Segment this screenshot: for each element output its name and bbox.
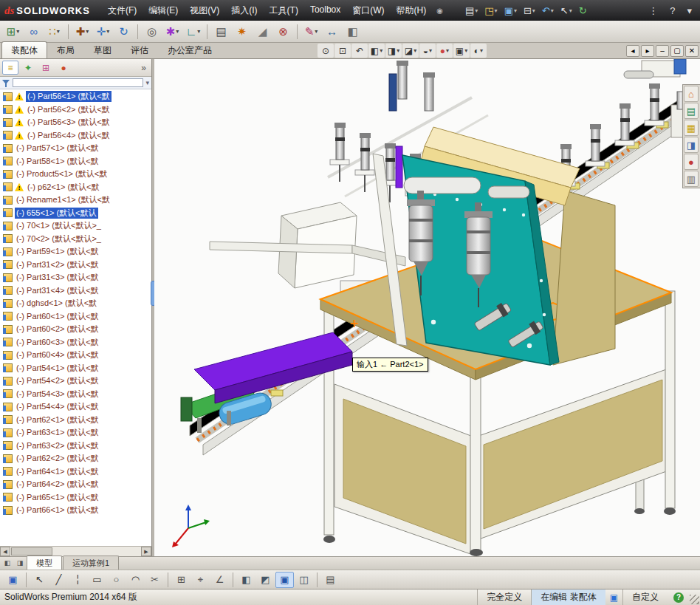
panel-overflow-icon[interactable]: » (138, 63, 149, 73)
arc-tool-button[interactable]: ◠ (126, 572, 145, 588)
shaded-view-button[interactable]: ▣ (275, 572, 294, 588)
menu-item[interactable]: 帮助(H) (391, 1, 433, 20)
menu-item[interactable]: 插入(I) (225, 1, 263, 20)
displaymanager-tab[interactable]: ● (55, 61, 72, 75)
previous-view-button[interactable]: ↶ ▾ (351, 44, 368, 58)
tree-item[interactable]: (-) Part31<2> (默认<默 (0, 259, 151, 272)
minimize-window-button[interactable]: – (656, 45, 669, 57)
menu-item[interactable]: 文件(F) (102, 1, 143, 20)
scroll-left-button[interactable]: ◀ (0, 547, 10, 556)
tree-filter-input[interactable] (13, 78, 143, 87)
measure-button[interactable]: ↔▾ (322, 22, 342, 41)
rebuild-button[interactable]: ↻ ▾ (576, 3, 590, 18)
tree-item[interactable]: (-) Part54<1> (默认<默 (0, 362, 151, 375)
tree-item[interactable]: (-) Part59<1> (默认<默 (0, 245, 151, 259)
tree-item[interactable]: (-) Part64<1> (默认<默 (0, 465, 151, 479)
tree-item[interactable]: (-) Part54<2> (默认<默 (0, 375, 151, 388)
tree-item[interactable]: (-) Part56<2> (默认<默 (0, 103, 151, 117)
help-icon[interactable]: ? (666, 4, 679, 17)
appearances-icon[interactable]: ● (684, 154, 699, 170)
display-style-button[interactable]: ◪ ▾ (402, 44, 419, 58)
menu-item[interactable]: 工具(T) (264, 1, 304, 20)
line-tool-button[interactable]: ╱ (49, 572, 68, 588)
insert-components-button[interactable]: ⊞▾ (3, 22, 23, 41)
configurationmanager-tab[interactable]: ⊞ (38, 61, 54, 75)
close-window-button[interactable]: ✕ (685, 45, 699, 57)
menu-item[interactable]: 视图(V) (184, 1, 225, 20)
undo-button[interactable]: ↶ ▾ (539, 3, 557, 18)
section-tool-button[interactable]: ◧▾ (343, 22, 363, 41)
view-front-button[interactable]: ◧ (237, 572, 255, 588)
tree-item[interactable]: (-) Part56<1> (默认<默 (0, 90, 151, 103)
tree-item[interactable]: (-) Part60<4> (默认<默 (0, 349, 151, 362)
view-iso-button[interactable]: ◩ (256, 572, 275, 588)
tree-item[interactable]: (-) Part63<2> (默认<默 (0, 440, 151, 453)
menu-item[interactable]: Toolbox (304, 1, 346, 20)
study-tab[interactable]: 模型 (27, 556, 62, 570)
print-button[interactable]: ⊟ ▾ (521, 3, 538, 18)
select-tool-button[interactable]: ↖ (30, 572, 49, 588)
section-view-button[interactable]: ◧ ▾ (368, 44, 385, 58)
tree-item[interactable]: (-) Part60<3> (默认<默 (0, 336, 151, 349)
mate-button[interactable]: ∞▾ (24, 22, 44, 41)
tree-item[interactable]: (-) Part54<3> (默认<默 (0, 388, 151, 401)
pane-split-button[interactable]: ◧ (1, 558, 13, 569)
circle-tool-button[interactable]: ○ (107, 572, 126, 588)
tree-item[interactable]: (-) Part31<4> (默认<默 (0, 284, 151, 298)
commandmanager-tab[interactable]: 办公室产品 (158, 41, 222, 58)
solidworks-resources-icon[interactable]: ⌂ (684, 86, 699, 102)
apply-scene-button[interactable]: ▣ ▾ (453, 44, 470, 58)
explode-line-sketch-button[interactable]: ◢▾ (253, 22, 272, 41)
tree-item[interactable]: (-) Part31<3> (默认<默 (0, 271, 151, 284)
tree-item[interactable]: (-) 70<2> (默认<默认>_ (0, 233, 151, 246)
filter-dropdown-icon[interactable]: ▾ (145, 79, 149, 86)
open-button[interactable]: ◳ ▾ (481, 3, 500, 18)
trim-tool-button[interactable]: ✂ (145, 572, 164, 588)
custom-properties-icon[interactable]: ▥ (684, 171, 699, 187)
centerline-tool-button[interactable]: ╎ (69, 572, 87, 588)
sketch-button[interactable]: ✎▾ (301, 22, 321, 41)
file-explorer-icon[interactable]: ▦ (684, 120, 699, 136)
tree-item[interactable]: (-) Product5<1> (默认<默 (0, 168, 151, 181)
menu-item[interactable]: 编辑(E) (143, 1, 184, 20)
view-palette-icon[interactable]: ◨ (684, 137, 699, 153)
tree-item[interactable]: (-) Part60<2> (默认<默 (0, 323, 151, 336)
menu-pin-icon[interactable]: ◉ (436, 7, 443, 15)
rotate-component-button[interactable]: ↻▾ (114, 22, 134, 41)
tree-item[interactable]: (-) Part54<4> (默认<默 (0, 400, 151, 414)
tree-item[interactable]: (-) Part57<1> (默认<默 (0, 142, 151, 155)
app-options-icon[interactable]: ⋮ (645, 4, 662, 17)
tree-item[interactable]: (-) Part56<3> (默认<默 (0, 116, 151, 129)
tree-item[interactable]: (-) dghsd<1> (默认<默 (0, 297, 151, 310)
featuremanager-tab[interactable]: ≡ (2, 61, 18, 75)
zoom-area-button[interactable]: ⊡ ▾ (334, 44, 351, 58)
tree-item[interactable]: (-) Part64<2> (默认<默 (0, 478, 151, 491)
design-library-icon[interactable]: ▤ (684, 103, 699, 119)
reference-geometry-button[interactable]: ∟▾ (183, 22, 203, 41)
view-settings-button[interactable]: ◐ ▾ (470, 44, 487, 58)
tab-scroll-left-button[interactable]: ◂ (626, 45, 639, 57)
smart-fasteners-button[interactable]: ✚▾ (72, 22, 92, 41)
study-tab[interactable]: 运动算例1 (63, 556, 119, 570)
new-document-button[interactable]: ▤ ▾ (462, 3, 481, 18)
tab-scroll-right-button[interactable]: ▸ (641, 45, 654, 57)
rectangle-tool-button[interactable]: ▭ (88, 572, 106, 588)
custom-status[interactable]: 自定义 (622, 589, 668, 605)
commandmanager-tab[interactable]: 布局 (47, 41, 84, 58)
quick-tips-icon[interactable]: ▣ (610, 592, 618, 603)
edit-appearance-button[interactable]: ● ▾ (436, 44, 453, 58)
restore-window-button[interactable]: ▢ (670, 45, 684, 57)
interference-detection-button[interactable]: ⊗▾ (273, 22, 293, 41)
hidden-lines-button[interactable]: ◫ (295, 572, 313, 588)
exploded-view-button[interactable]: ✷▾ (232, 22, 252, 41)
move-component-button[interactable]: ✛▾ (93, 22, 113, 41)
tree-item[interactable]: (-) Rename1<1> (默认<默 (0, 194, 151, 207)
hide-show-items-button[interactable]: ◒ ▾ (419, 44, 436, 58)
tree-item[interactable]: (-) 70<1> (默认<默认>_ (0, 219, 151, 233)
commandmanager-tab[interactable]: 装配体 (1, 41, 47, 58)
tree-item[interactable]: (-) Part58<1> (默认<默 (0, 155, 151, 168)
tree-item[interactable]: (-) 655<1> (默认<默认 (0, 207, 151, 220)
tree-item[interactable]: (-) Part66<1> (默认<默 (0, 504, 151, 517)
commandmanager-tab[interactable]: 评估 (121, 41, 158, 58)
help-badge-icon[interactable]: ? (673, 592, 684, 603)
